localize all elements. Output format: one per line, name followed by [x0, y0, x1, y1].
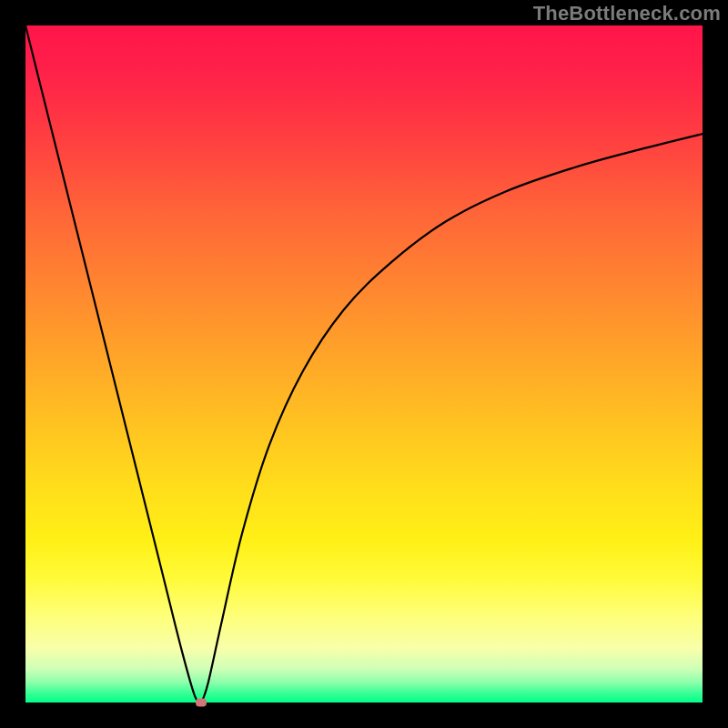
bottleneck-curve	[25, 25, 703, 703]
watermark-text: TheBottleneck.com	[533, 2, 721, 25]
minimum-marker	[196, 699, 207, 707]
chart-frame: TheBottleneck.com	[0, 0, 728, 728]
plot-area	[25, 25, 703, 703]
